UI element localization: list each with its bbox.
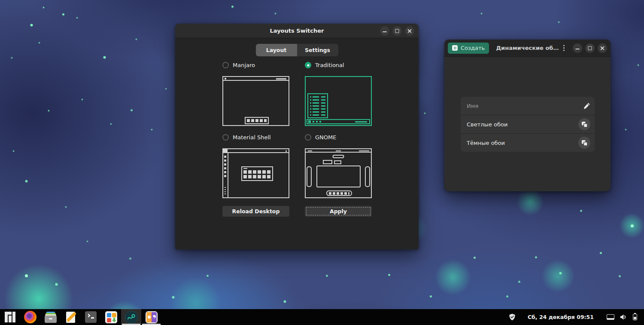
tab-group: Layout Settings xyxy=(256,44,338,56)
wallpaper-particles xyxy=(0,0,1,1)
thumb-dock xyxy=(326,190,352,196)
choose-dark-wallpaper-button[interactable] xyxy=(578,137,590,149)
taskbar: Сб, 24 декабря 09:51 xyxy=(0,309,644,325)
thumb-sidebar-icons xyxy=(224,156,226,178)
maximize-button[interactable] xyxy=(585,43,595,53)
thumb-task-icons xyxy=(313,121,322,123)
thumb-menu-items-2 xyxy=(321,96,325,116)
thumb-topbar xyxy=(228,149,289,153)
close-button[interactable] xyxy=(598,43,607,53)
radio-traditional[interactable]: Traditional xyxy=(305,62,344,68)
taskbar-app-text-editor[interactable] xyxy=(61,309,81,325)
layouts-switcher-icon xyxy=(125,311,138,324)
thumb-search-pill xyxy=(333,155,344,158)
thumb-taskbar xyxy=(307,119,370,124)
thumb-app-grid xyxy=(241,166,273,181)
apply-button[interactable]: Apply xyxy=(305,206,372,217)
radio-circle[interactable] xyxy=(305,134,311,141)
dyn-window-title: Динамические об… xyxy=(496,45,559,51)
volume-icon[interactable] xyxy=(620,314,627,320)
terminal-icon xyxy=(85,311,97,323)
thumb-topbar-center xyxy=(336,150,341,151)
maximize-button[interactable] xyxy=(392,26,402,36)
dyn-headerbar[interactable]: Создать Динамические об… xyxy=(444,40,611,57)
desktop: Layouts Switcher Layout Settings Manjaro… xyxy=(0,0,644,325)
window-controls xyxy=(380,26,414,36)
minimize-button[interactable] xyxy=(380,26,389,36)
pencil-icon[interactable] xyxy=(583,102,590,109)
radio-label: Manjaro xyxy=(233,62,255,68)
light-wallpaper-row[interactable]: Светлые обои xyxy=(461,115,595,133)
choose-light-wallpaper-button[interactable] xyxy=(578,118,590,130)
dynamic-wallpapers-window: Создать Динамические об… Имя Светлые обо… xyxy=(444,40,611,191)
thumbnail-material-shell-layout[interactable] xyxy=(222,148,289,198)
text-editor-icon xyxy=(65,311,77,323)
thumb-sidebar-line xyxy=(228,153,228,197)
light-wallpaper-label: Светлые обои xyxy=(467,121,507,128)
thumb-sidebar-dots xyxy=(225,187,226,194)
radio-circle[interactable] xyxy=(222,134,229,141)
thumb-launcher xyxy=(308,120,311,123)
radio-material-shell[interactable]: Material Shell xyxy=(222,134,271,141)
thumb-dock-icons xyxy=(247,119,267,122)
document-new-icon xyxy=(452,45,458,51)
thumbnail-gnome-layout[interactable] xyxy=(305,148,372,198)
clock[interactable]: Сб, 24 декабря 09:51 xyxy=(528,314,594,320)
thumb-tray-line xyxy=(355,121,367,123)
window-title: Layouts Switcher xyxy=(270,28,324,34)
taskbar-app-file-manager[interactable] xyxy=(40,309,61,325)
shield-check-icon[interactable] xyxy=(509,313,516,321)
thumb-dock xyxy=(245,117,269,124)
thumb-dock-icons xyxy=(329,192,349,195)
thumb-app-menu xyxy=(307,93,328,118)
software-center-icon xyxy=(105,311,117,323)
thumb-topbar-right xyxy=(359,150,369,151)
minimize-button[interactable] xyxy=(573,43,582,53)
tab-settings[interactable]: Settings xyxy=(297,44,338,56)
taskbar-app-terminal[interactable] xyxy=(81,309,101,325)
thumb-grid-row xyxy=(243,175,271,178)
insert-image-icon xyxy=(581,121,588,128)
thumbnail-traditional-layout[interactable] xyxy=(305,76,372,126)
thumb-grid-row xyxy=(243,170,271,174)
taskbar-app-dynamic-wallpapers[interactable] xyxy=(141,309,161,325)
close-button[interactable] xyxy=(405,26,414,36)
radio-label: Material Shell xyxy=(233,134,271,141)
sun-icon xyxy=(146,312,152,322)
thumbnail-manjaro-layout[interactable] xyxy=(222,76,289,126)
radio-circle-selected[interactable] xyxy=(305,62,311,68)
thumb-side-panel-right xyxy=(365,166,370,187)
dark-wallpaper-label: Тёмные обои xyxy=(467,140,505,146)
radio-manjaro[interactable]: Manjaro xyxy=(222,62,255,68)
taskbar-app-firefox[interactable] xyxy=(20,309,40,325)
insert-image-icon xyxy=(581,140,588,146)
name-row[interactable]: Имя xyxy=(461,97,595,115)
thumb-side-panel-left xyxy=(307,166,312,187)
menu-button[interactable] xyxy=(559,43,568,53)
radio-gnome[interactable]: GNOME xyxy=(305,134,336,141)
name-field[interactable]: Имя xyxy=(467,103,478,109)
taskbar-app-software-center[interactable] xyxy=(101,309,121,325)
radio-circle[interactable] xyxy=(222,62,229,68)
dark-wallpaper-row[interactable]: Тёмные обои xyxy=(461,133,595,152)
reload-desktop-button[interactable]: Reload Desktop xyxy=(222,206,289,217)
display-icon[interactable] xyxy=(607,314,614,320)
tab-layout[interactable]: Layout xyxy=(256,44,297,56)
firefox-icon xyxy=(24,311,36,323)
dynamic-wallpapers-icon xyxy=(146,311,158,323)
taskbar-app-manjaro-menu[interactable] xyxy=(0,309,20,325)
layouts-titlebar[interactable]: Layouts Switcher xyxy=(175,24,419,38)
thumb-grid-title xyxy=(243,168,247,169)
thumb-main-window xyxy=(316,166,361,187)
create-button[interactable]: Создать xyxy=(448,43,489,54)
battery-icon[interactable] xyxy=(633,314,637,320)
thumb-corner-block xyxy=(223,149,228,153)
radio-label: Traditional xyxy=(315,62,344,68)
thumb-topbar-left xyxy=(308,150,312,151)
thumb-workspace-1 xyxy=(323,160,332,164)
taskbar-app-layouts-switcher[interactable] xyxy=(121,309,141,325)
thumb-menu-bullets xyxy=(310,96,311,116)
wallpaper-settings-list: Имя Светлые обои Тёмные обои xyxy=(461,97,595,152)
radio-label: GNOME xyxy=(315,134,336,141)
file-manager-icon xyxy=(45,312,57,323)
